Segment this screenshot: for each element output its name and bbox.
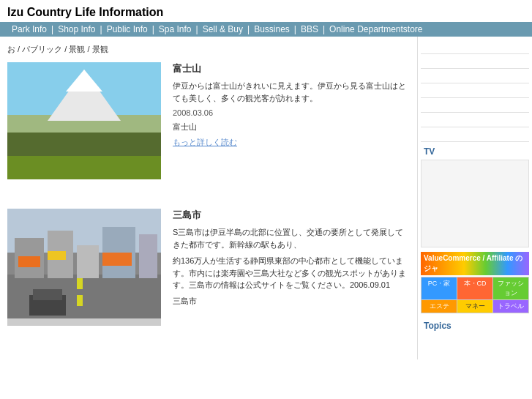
article-2: 三島市 S三島市は伊豆半島の北部に位置し、交通の要所として発展してきた都市です。… bbox=[7, 209, 410, 338]
svg-rect-11 bbox=[48, 251, 66, 260]
svg-rect-3 bbox=[77, 278, 83, 289]
nav-shop-info[interactable]: Shop Info bbox=[53, 24, 100, 34]
street-svg bbox=[7, 209, 161, 318]
page-title: Izu Country Life Information bbox=[0, 0, 532, 22]
sidebar-row-3 bbox=[421, 69, 529, 83]
nav-online-dept[interactable]: Online Departmentstore bbox=[325, 24, 427, 34]
sidebar-row-7 bbox=[421, 127, 529, 142]
svg-rect-4 bbox=[77, 295, 83, 306]
sidebar-row-2 bbox=[421, 54, 529, 69]
svg-rect-7 bbox=[77, 245, 99, 278]
vc-banner: ValueCommerce / Affiliate の ジャ bbox=[421, 252, 529, 275]
sidebar-row-1 bbox=[421, 40, 529, 54]
article-1-title: 富士山 bbox=[173, 62, 410, 75]
nav-bussines[interactable]: Bussines bbox=[250, 24, 294, 34]
vc-cell-5[interactable]: トラベル bbox=[493, 300, 528, 313]
article-2-text: 三島市 S三島市は伊豆半島の北部に位置し、交通の要所として発展してきた都市です。… bbox=[173, 209, 410, 326]
article-1-text: 富士山 伊豆からは富士山がきれいに見えます。伊豆から見る富士山はとても美しく、多… bbox=[173, 62, 410, 179]
content-area: お / パブリック / 景観 / 景観 富士山 伊豆からは富士山がきれいに見えま… bbox=[0, 37, 417, 359]
article-2-body: S三島市は伊豆半島の北部に位置し、交通の要所として発展してきた都市です。新幹線の… bbox=[173, 226, 410, 250]
vc-cell-3[interactable]: エステ bbox=[422, 300, 457, 313]
sidebar-row-5 bbox=[421, 98, 529, 113]
article-1-category: 富士山 bbox=[173, 122, 410, 133]
mountain-snow-shape bbox=[66, 70, 102, 92]
article-2-body2: 約136万人が生活する静岡県東部の中心都市として機能しています。市内には楽寿園や… bbox=[173, 255, 410, 291]
main-layout: お / パブリック / 景観 / 景観 富士山 伊豆からは富士山がきれいに見えま… bbox=[0, 37, 532, 359]
nav-bar: Park Info | Shop Info | Public Info | Sp… bbox=[0, 22, 532, 37]
mountain-image bbox=[7, 62, 161, 179]
vc-grid: PC・家 本・CD ファッション エステ マネー トラベル bbox=[421, 277, 529, 313]
article-2-title: 三島市 bbox=[173, 209, 410, 222]
svg-rect-10 bbox=[18, 256, 40, 267]
article-2-image bbox=[7, 209, 161, 326]
vc-cell-0[interactable]: PC・家 bbox=[422, 277, 457, 299]
article-1-body: 伊豆からは富士山がきれいに見えます。伊豆から見る富士山はとても美しく、多くの観光… bbox=[173, 80, 410, 104]
sidebar: TV ValueCommerce / Affiliate の ジャ PC・家 本… bbox=[417, 37, 532, 359]
article-1: 富士山 伊豆からは富士山がきれいに見えます。伊豆から見る富士山はとても美しく、多… bbox=[7, 62, 410, 191]
article-1-image bbox=[7, 62, 161, 179]
vc-cell-4[interactable]: マネー bbox=[457, 300, 492, 313]
street-image bbox=[7, 209, 161, 318]
nav-bbs[interactable]: BBS bbox=[296, 24, 323, 34]
svg-rect-12 bbox=[102, 253, 132, 266]
svg-rect-9 bbox=[139, 234, 157, 278]
nav-spa-info[interactable]: Spa Info bbox=[154, 24, 196, 34]
breadcrumb: お / パブリック / 景観 / 景観 bbox=[7, 41, 410, 62]
svg-rect-14 bbox=[33, 289, 62, 300]
vc-cell-2[interactable]: ファッション bbox=[493, 277, 528, 299]
article-2-category: 三島市 bbox=[173, 296, 410, 307]
sidebar-row-6 bbox=[421, 113, 529, 127]
nav-public-info[interactable]: Public Info bbox=[102, 24, 152, 34]
sidebar-tv-block bbox=[421, 160, 529, 247]
article-1-link[interactable]: もっと詳しく読む bbox=[173, 137, 410, 148]
sidebar-tv-label: TV bbox=[421, 142, 529, 160]
nav-park-info[interactable]: Park Info bbox=[7, 24, 51, 34]
sidebar-topics-label: Topics bbox=[421, 318, 529, 334]
sidebar-row-4 bbox=[421, 83, 529, 98]
nav-sell-buy[interactable]: Sell & Buy bbox=[198, 24, 247, 34]
vc-cell-1[interactable]: 本・CD bbox=[457, 277, 492, 299]
article-1-date: 2008.03.06 bbox=[173, 108, 410, 117]
